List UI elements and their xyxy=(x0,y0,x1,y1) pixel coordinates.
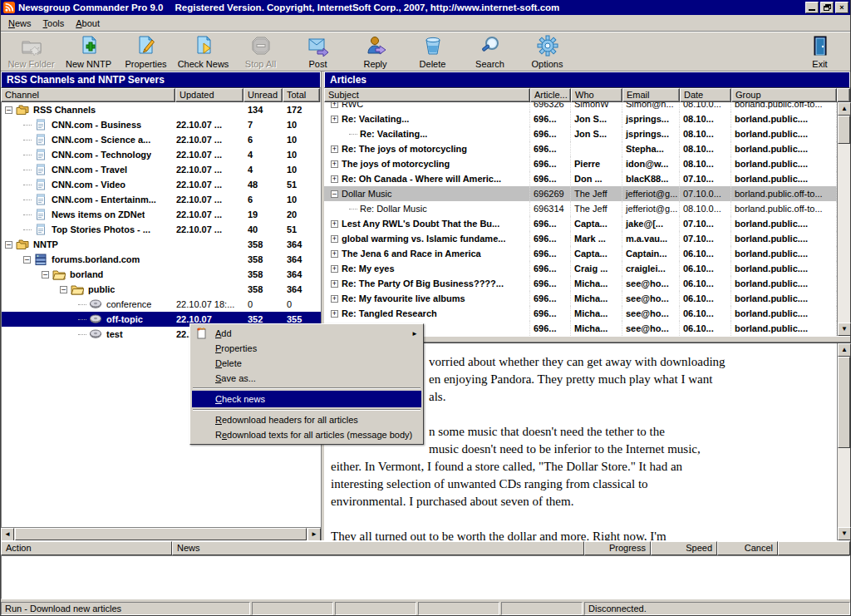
toolbar-button-reply[interactable]: Reply xyxy=(347,32,404,70)
menu-item-tools[interactable]: Tools xyxy=(37,17,71,30)
message-vertical-scrollbar[interactable]: ▲ ▼ xyxy=(837,343,850,540)
tree-row-cnn-com-video[interactable]: CNN.com - Video22.10.07 ...4851 xyxy=(2,177,321,192)
tree-row-cnn-com-travel[interactable]: CNN.com - Travel22.10.07 ...410 xyxy=(2,162,321,177)
tree-row-forums-borland-com[interactable]: –forums.borland.com358364 xyxy=(2,252,321,267)
column-header-group[interactable]: Group xyxy=(731,88,837,102)
tree-row-news-items-on-zdnet[interactable]: News items on ZDNet22.10.07 ...1920 xyxy=(2,207,321,222)
menu-item-about[interactable]: About xyxy=(70,17,106,30)
queue-column-action[interactable]: Action xyxy=(1,541,172,555)
tree-row-cnn-com-science-a-[interactable]: CNN.com - Science a...22.10.07 ...610 xyxy=(2,132,321,147)
scroll-left-icon[interactable]: ◄ xyxy=(1,528,14,541)
column-header-subject[interactable]: Subject xyxy=(324,88,530,102)
article-subject-cell: +Re: The Party Of Big Business????... xyxy=(324,276,530,291)
tree-row-rss-channels[interactable]: –RSS Channels134172 xyxy=(2,102,321,117)
expand-icon[interactable]: + xyxy=(331,145,338,153)
restore-button[interactable] xyxy=(820,2,834,13)
scroll-down-icon[interactable]: ▼ xyxy=(838,323,851,336)
toolbar-button-exit[interactable]: Exit xyxy=(791,32,849,70)
toolbar-spacer xyxy=(576,32,791,70)
article-row[interactable]: +Lest Any RWL's Doubt That the Bu...696.… xyxy=(324,216,837,231)
article-row[interactable]: Re: Vacilating...696...Jon S...jsprings.… xyxy=(324,126,837,141)
menu-item-news[interactable]: News xyxy=(2,17,37,30)
context-menu-item-redownload-headers-for-all-articles[interactable]: Redownload headers for all articles xyxy=(192,412,421,427)
scroll-up-icon[interactable]: ▲ xyxy=(838,343,851,357)
expand-icon[interactable]: + xyxy=(331,310,338,318)
article-row[interactable]: +Re: The Party Of Big Business????...696… xyxy=(324,276,837,291)
context-menu-item-properties[interactable]: Properties xyxy=(192,341,421,356)
articles-vertical-scrollbar[interactable]: ▲ ▼ xyxy=(837,102,850,336)
article-row[interactable]: +Re: Oh Canada - Where will Americ...696… xyxy=(324,171,837,186)
article-row[interactable]: +Re: My eyes696...Craig ...craiglei...06… xyxy=(324,261,837,276)
column-header-date[interactable]: Date xyxy=(680,88,731,102)
queue-column-cancel[interactable]: Cancel xyxy=(717,541,778,555)
collapse-icon[interactable]: – xyxy=(23,256,31,264)
tree-row-conference[interactable]: conference22.10.07 18:...00 xyxy=(2,297,321,312)
context-menu-item-delete[interactable]: Delete xyxy=(192,356,421,371)
article-row[interactable]: +Re: My favourite live albums696...Micha… xyxy=(324,291,837,306)
context-menu-item-add[interactable]: Add► xyxy=(192,326,421,341)
column-header-article[interactable]: Article... xyxy=(530,88,571,102)
tree-row-public[interactable]: –public358364 xyxy=(2,282,321,297)
channels-horizontal-scrollbar[interactable]: ◄ ► xyxy=(1,527,321,540)
toolbar-button-search[interactable]: Search xyxy=(461,32,519,70)
toolbar-button-delete[interactable]: Delete xyxy=(404,32,461,70)
article-row[interactable]: +global warming vs. Islamic fundame...69… xyxy=(324,231,837,246)
tree-row-top-stories-photos-[interactable]: Top Stories Photos - ...22.10.07 ...4051 xyxy=(2,222,321,237)
toolbar-button-new-nntp[interactable]: New NNTP xyxy=(60,32,117,70)
context-menu-item-check-news[interactable]: Check news xyxy=(192,391,421,407)
collapse-icon[interactable]: – xyxy=(331,190,338,198)
context-menu-item-save-as[interactable]: Save as... xyxy=(192,371,421,386)
collapse-icon[interactable]: – xyxy=(42,271,49,278)
expand-icon[interactable]: + xyxy=(331,235,338,243)
expand-icon[interactable]: + xyxy=(331,102,338,108)
scroll-down-icon[interactable]: ▼ xyxy=(838,527,851,540)
scroll-right-icon[interactable]: ► xyxy=(307,528,321,541)
toolbar-button-post[interactable]: Post xyxy=(289,32,347,70)
expand-icon[interactable]: + xyxy=(331,250,338,258)
tree-total-cell: 20 xyxy=(283,209,321,219)
tree-row-borland[interactable]: –borland358364 xyxy=(2,267,321,282)
scrollbar-thumb[interactable] xyxy=(15,528,307,540)
collapse-icon[interactable]: – xyxy=(60,286,67,293)
column-header-who[interactable]: Who xyxy=(571,88,622,102)
expand-icon[interactable]: + xyxy=(331,175,338,183)
queue-column-progress[interactable]: Progress xyxy=(584,541,651,555)
column-header-unread[interactable]: Unread xyxy=(243,88,283,102)
article-row[interactable]: Re: Dollar Music696314The Jeffjefferiot@… xyxy=(324,201,837,216)
toolbar-button-properties[interactable]: Properties xyxy=(117,32,175,70)
toolbar-button-options[interactable]: Options xyxy=(519,32,576,70)
queue-column-speed[interactable]: Speed xyxy=(651,541,717,555)
column-header-updated[interactable]: Updated xyxy=(175,88,243,102)
toolbar-button-check-news[interactable]: Check News xyxy=(175,32,232,70)
collapse-icon[interactable]: – xyxy=(5,106,12,114)
expand-icon[interactable]: + xyxy=(331,160,338,168)
queue-column-news[interactable]: News xyxy=(172,541,584,555)
scrollbar-thumb[interactable] xyxy=(838,116,850,144)
context-menu-item-redownload-texts-for-all-articles-message-body[interactable]: Redownload texts for all articles (messa… xyxy=(192,427,421,442)
column-header-total[interactable]: Total xyxy=(283,88,320,102)
article-row[interactable]: +Re: The joys of motorcycling696...Steph… xyxy=(324,141,837,156)
expand-icon[interactable]: + xyxy=(331,280,338,288)
article-row[interactable]: –Dollar Music696269The Jeffjefferiot@g..… xyxy=(324,186,837,201)
expand-icon[interactable]: + xyxy=(331,116,338,123)
article-row[interactable]: +Re: Vacilating...696...Jon S...jsprings… xyxy=(324,111,837,126)
tree-row-cnn-com-business[interactable]: CNN.com - Business22.10.07 ...710 xyxy=(2,117,321,132)
scroll-up-icon[interactable]: ▲ xyxy=(838,102,851,116)
tree-row-cnn-com-technology[interactable]: CNN.com - Technology22.10.07 ...410 xyxy=(2,147,321,162)
scrollbar-thumb[interactable] xyxy=(838,357,850,448)
expand-icon[interactable]: + xyxy=(331,265,338,273)
collapse-icon[interactable]: – xyxy=(5,241,12,249)
close-button[interactable]: × xyxy=(835,2,849,13)
expand-icon[interactable]: + xyxy=(331,295,338,303)
tree-row-cnn-com-entertainm-[interactable]: CNN.com - Entertainm...22.10.07 ...610 xyxy=(2,192,321,207)
tree-row-nntp[interactable]: –NNTP358364 xyxy=(2,237,321,252)
article-row[interactable]: +RWC696326SimonWSimon@n...08.10.0...borl… xyxy=(324,102,837,111)
column-header-channel[interactable]: Channel xyxy=(1,88,175,102)
expand-icon[interactable]: + xyxy=(331,220,338,228)
article-row[interactable]: +The joys of motorcycling696...Pierreido… xyxy=(324,156,837,171)
tree-updated-cell: 22.10.07 ... xyxy=(176,209,244,219)
minimize-button[interactable] xyxy=(805,2,819,13)
column-header-email[interactable]: Email xyxy=(622,88,680,102)
article-row[interactable]: +The Jena 6 and Race in America696...Cap… xyxy=(324,246,837,261)
article-row[interactable]: +Re: Tangled Research696...Micha...see@h… xyxy=(324,306,837,321)
